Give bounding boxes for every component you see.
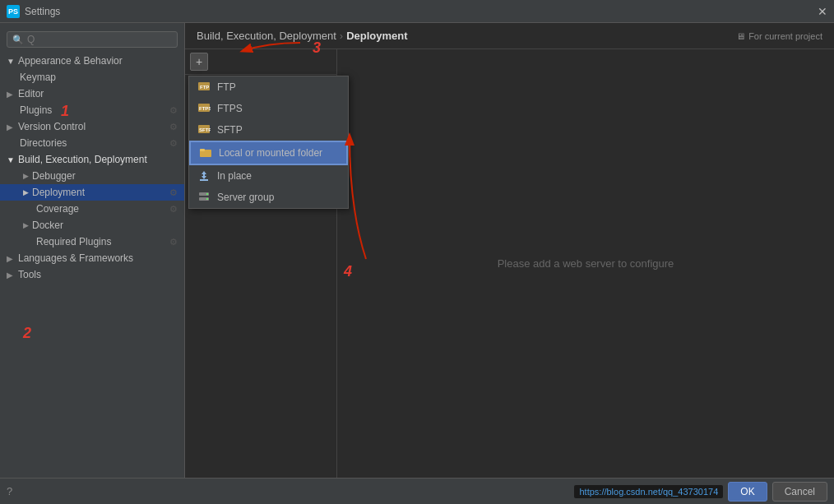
dep-icon: ⚙ [169, 187, 178, 198]
empty-message: Please add a web server to configure [498, 257, 674, 270]
sidebar-item-keymap[interactable]: Keymap [0, 69, 184, 86]
content-area: Build, Execution, Deployment › Deploymen… [185, 23, 834, 478]
expand-arrow: ▶ [23, 188, 29, 197]
sidebar-item-label: Languages & Frameworks [18, 252, 133, 264]
dropdown-sftp[interactable]: SFTP SFTP [189, 119, 348, 141]
dropdown-server-group-label: Server group [217, 192, 274, 203]
title-bar: PS Settings ✕ [0, 0, 834, 23]
sidebar-item-editor[interactable]: ▶ Editor [0, 86, 184, 102]
app-logo: PS [7, 5, 20, 18]
sidebar-item-label: Required Plugins [36, 236, 111, 247]
main-layout: 🔍 ▼ Appearance & Behavior Keymap ▶ Edito… [0, 23, 834, 478]
svg-text:FTPS: FTPS [199, 106, 211, 111]
svg-text:FTP: FTP [200, 85, 209, 90]
sidebar-item-plugins[interactable]: Plugins ⚙ [0, 102, 184, 118]
dropdown-server-group[interactable]: Server group [189, 187, 348, 208]
dropdown-ftps[interactable]: FTPS FTPS [189, 98, 348, 119]
sidebar-item-languages[interactable]: ▶ Languages & Frameworks [0, 250, 184, 266]
sidebar-item-label: Debugger [32, 170, 76, 182]
sidebar-item-tools[interactable]: ▶ Tools [0, 266, 184, 283]
help-button[interactable]: ? [7, 485, 12, 497]
sidebar-item-debugger[interactable]: ▶ Debugger [0, 168, 184, 184]
sidebar-item-directories[interactable]: Directories ⚙ [0, 135, 184, 151]
sidebar-item-coverage[interactable]: Coverage ⚙ [0, 201, 184, 217]
svg-point-11 [206, 193, 208, 195]
sidebar-item-version-control[interactable]: ▶ Version Control ⚙ [0, 118, 184, 135]
sidebar-item-label: Version Control [18, 121, 86, 132]
cancel-button[interactable]: Cancel [772, 482, 827, 502]
svg-point-12 [206, 198, 208, 200]
breadcrumb-current: Deployment [346, 30, 407, 42]
expand-arrow: ▶ [7, 270, 16, 280]
sidebar-item-label: Coverage [36, 203, 79, 215]
sidebar-item-appearance[interactable]: ▼ Appearance & Behavior [0, 53, 184, 69]
url-bar: https://blog.csdn.net/qq_43730174 [574, 485, 723, 498]
window-title: Settings [25, 6, 60, 17]
title-bar-left: PS Settings [7, 5, 60, 18]
rp-icon: ⚙ [169, 237, 178, 247]
sidebar-item-label: Keymap [20, 72, 56, 83]
sidebar-item-label: Appearance & Behavior [18, 55, 123, 67]
dropdown-menu: FTP FTP FTPS FTPS [188, 76, 349, 209]
content-body: + FTP FTP [185, 49, 834, 478]
sftp-icon: SFTP [197, 123, 211, 136]
svg-rect-8 [200, 179, 208, 181]
sidebar-item-label: Directories [20, 137, 67, 149]
breadcrumb-separator: › [340, 30, 343, 42]
project-icon: 🖥 [736, 31, 745, 41]
search-input[interactable] [27, 34, 172, 45]
dropdown-in-place[interactable]: In place [189, 165, 348, 187]
annotation-3: 3 [313, 39, 321, 57]
sidebar-item-label: Plugins [20, 104, 52, 116]
ftp-icon: FTP [197, 81, 211, 94]
dropdown-ftps-label: FTPS [217, 103, 243, 114]
plugins-icon: ⚙ [169, 105, 178, 116]
sidebar-item-label: Tools [18, 269, 41, 280]
dir-icon: ⚙ [169, 138, 178, 149]
sidebar-item-build[interactable]: ▼ Build, Execution, Deployment [0, 151, 184, 168]
for-current-project-label: For current project [748, 31, 822, 41]
annotation-4: 4 [344, 263, 352, 280]
annotation-1: 1 [61, 103, 69, 120]
sidebar-item-docker[interactable]: ▶ Docker [0, 217, 184, 234]
dropdown-in-place-label: In place [217, 170, 252, 182]
bottom-bar: ? https://blog.csdn.net/qq_43730174 OK C… [0, 478, 834, 504]
expand-arrow: ▶ [23, 221, 29, 229]
expand-arrow: ▼ [7, 57, 16, 66]
ok-button[interactable]: OK [728, 482, 767, 502]
search-icon: 🔍 [12, 35, 24, 45]
sidebar: 🔍 ▼ Appearance & Behavior Keymap ▶ Edito… [0, 23, 185, 478]
sidebar-item-required-plugins[interactable]: Required Plugins ⚙ [0, 234, 184, 250]
annotation-2: 2 [23, 325, 31, 342]
close-button[interactable]: ✕ [818, 6, 827, 17]
sidebar-item-label: Docker [32, 220, 63, 231]
dropdown-ftp-label: FTP [217, 81, 236, 93]
deployment-panel: + FTP FTP [185, 49, 337, 478]
sidebar-item-deployment[interactable]: ▶ Deployment ⚙ [0, 184, 184, 201]
expand-arrow: ▶ [7, 123, 16, 132]
dropdown-ftp[interactable]: FTP FTP [189, 76, 348, 98]
server-group-icon [197, 191, 211, 204]
svg-text:SFTP: SFTP [199, 127, 211, 132]
for-current-project: 🖥 For current project [736, 31, 822, 41]
local-folder-icon [199, 146, 212, 160]
svg-rect-7 [200, 149, 205, 151]
dropdown-local-folder-label: Local or mounted folder [219, 147, 322, 159]
content-header: Build, Execution, Deployment › Deploymen… [185, 23, 834, 49]
sidebar-item-label: Editor [18, 88, 44, 99]
expand-arrow: ▶ [7, 90, 16, 99]
search-box[interactable]: 🔍 [7, 31, 178, 48]
in-place-icon [197, 169, 211, 183]
expand-arrow: ▶ [7, 254, 16, 263]
sidebar-item-label: Build, Execution, Deployment [18, 154, 147, 165]
vc-icon: ⚙ [169, 122, 178, 132]
cov-icon: ⚙ [169, 204, 178, 215]
breadcrumb: Build, Execution, Deployment › Deploymen… [197, 30, 408, 42]
sidebar-item-label: Deployment [32, 187, 85, 198]
add-button[interactable]: + [190, 53, 208, 71]
expand-arrow: ▼ [7, 155, 16, 164]
right-panel: Please add a web server to configure [337, 49, 834, 478]
bottom-right: https://blog.csdn.net/qq_43730174 OK Can… [574, 482, 827, 502]
expand-arrow: ▶ [23, 172, 29, 180]
dropdown-local-folder[interactable]: Local or mounted folder [189, 141, 348, 165]
